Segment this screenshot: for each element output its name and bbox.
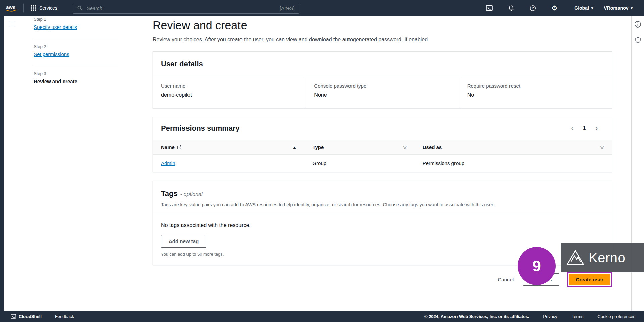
info-panel-icon[interactable] [634, 20, 642, 29]
tags-optional-suffix: - optional [180, 191, 203, 197]
services-menu-button[interactable]: Services [24, 0, 64, 16]
aws-logo-icon: aws [5, 4, 17, 12]
chevron-down-icon: ▾ [591, 6, 593, 10]
step-label: Step 3 [34, 71, 118, 76]
step-link-set-permissions[interactable]: Set permissions [34, 51, 69, 57]
table-row: Admin Group Permissions group [153, 155, 612, 172]
sort-toggle-icon[interactable]: ▽ [600, 145, 604, 150]
field-label: Require password reset [467, 83, 604, 89]
svg-text:aws: aws [6, 4, 15, 10]
footer-left: CloudShell Feedback [9, 313, 74, 319]
user-details-card: User details User name demo-copilot Cons… [153, 51, 612, 108]
collapsed-panel-strip [0, 16, 4, 311]
terms-link[interactable]: Terms [572, 314, 583, 319]
search-shortcut-hint: [Alt+S] [280, 5, 295, 11]
table-header-row: Name ▲ [153, 140, 612, 155]
shield-panel-icon[interactable] [634, 36, 642, 44]
divider [34, 38, 118, 38]
kerno-logo-icon [566, 250, 584, 266]
search-box[interactable]: [Alt+S] [73, 3, 299, 14]
permissions-summary-title: Permissions summary [161, 124, 240, 133]
next-page-icon[interactable]: › [594, 125, 599, 132]
cancel-button[interactable]: Cancel [496, 274, 516, 285]
field-require-password-reset: Require password reset No [459, 75, 612, 108]
console-footer: CloudShell Feedback © 2024, Amazon Web S… [0, 311, 644, 322]
wizard-step-1: Step 1 Specify user details [34, 17, 118, 30]
tags-empty-text: No tags associated with the resource. [161, 222, 604, 228]
top-navigation-bar: aws Services [Alt+S] [0, 0, 644, 16]
navbar-icon-group: ? ⚙ [485, 3, 559, 13]
annotation-step-badge: 9 [518, 247, 556, 285]
sort-ascending-icon[interactable]: ▲ [293, 145, 297, 149]
pagination: ‹ 1 › [570, 125, 599, 132]
wizard-step-2: Step 2 Set permissions [34, 44, 118, 57]
account-label: VRomanov [604, 5, 628, 11]
side-menu-column [4, 16, 20, 311]
sort-toggle-icon[interactable]: ▽ [403, 145, 407, 150]
region-label: Global [574, 5, 589, 11]
tags-description: Tags are key-value pairs you can add to … [161, 202, 604, 207]
column-header-used-as[interactable]: Used as ▽ [415, 140, 612, 155]
aws-logo[interactable]: aws [0, 4, 23, 12]
field-user-name: User name demo-copilot [153, 75, 306, 108]
step-label: Step 2 [34, 44, 118, 49]
cloudshell-icon[interactable] [485, 3, 494, 13]
copyright-text: © 2024, Amazon Web Services, Inc. or its… [424, 314, 529, 319]
field-label: User name [161, 83, 298, 89]
wizard-step-3: Step 3 Review and create [34, 71, 118, 85]
field-value: No [467, 92, 604, 98]
permissions-table: Name ▲ [153, 140, 612, 172]
footer-right: © 2024, Amazon Web Services, Inc. or its… [424, 314, 635, 319]
field-value: None [314, 92, 450, 98]
step-link-specify-user-details[interactable]: Specify user details [34, 24, 77, 30]
cell-type: Group [304, 155, 414, 172]
annotation-highlight-box: Create user [567, 272, 612, 287]
user-details-fields: User name demo-copilot Console password … [153, 75, 612, 108]
feedback-button[interactable]: Feedback [55, 314, 74, 319]
cookie-preferences-link[interactable]: Cookie preferences [597, 314, 635, 319]
region-selector[interactable]: Global ▾ [569, 0, 598, 16]
permissions-summary-card: Permissions summary ‹ 1 › Name [153, 117, 612, 172]
field-value: demo-copilot [161, 92, 298, 98]
help-question-icon[interactable]: ? [528, 4, 537, 13]
page-title: Review and create [153, 19, 612, 32]
column-header-type[interactable]: Type ▽ [304, 140, 414, 155]
kerno-watermark: Kerno [561, 243, 644, 272]
column-label-name: Name [161, 144, 175, 150]
page-number[interactable]: 1 [581, 125, 588, 132]
create-user-button[interactable]: Create user [569, 274, 610, 285]
account-menu[interactable]: VRomanov ▾ [598, 0, 638, 16]
services-grid-icon [31, 5, 36, 11]
permissions-summary-header: Permissions summary ‹ 1 › [153, 117, 612, 140]
tags-header: Tags - optional Tags are key-value pairs… [153, 181, 612, 214]
external-link-icon [177, 145, 182, 150]
column-header-name[interactable]: Name ▲ [153, 140, 304, 155]
page-description: Review your choices. After you create th… [153, 37, 612, 43]
cell-name: Admin [153, 155, 304, 172]
cloudshell-label: CloudShell [19, 314, 42, 319]
cloudshell-terminal-icon [11, 314, 16, 319]
privacy-link[interactable]: Privacy [543, 314, 557, 319]
column-label-type: Type [312, 144, 324, 150]
hamburger-menu-icon[interactable] [9, 21, 15, 27]
cloudshell-footer-button[interactable]: CloudShell [9, 313, 44, 319]
notifications-bell-icon[interactable] [507, 4, 516, 13]
chevron-down-icon: ▾ [631, 6, 633, 10]
divider [34, 65, 118, 65]
user-details-title: User details [161, 60, 203, 68]
kerno-brand-text: Kerno [589, 250, 625, 265]
search-input[interactable] [86, 5, 276, 11]
field-label: Console password type [314, 83, 450, 89]
previous-page-icon[interactable]: ‹ [570, 125, 575, 132]
group-link-admin[interactable]: Admin [161, 160, 175, 166]
services-label: Services [39, 5, 57, 11]
add-new-tag-button[interactable]: Add new tag [161, 235, 206, 248]
column-label-used-as: Used as [423, 144, 442, 150]
cell-used-as: Permissions group [415, 155, 612, 172]
search-icon [77, 5, 83, 11]
tags-title: Tags [161, 189, 178, 198]
step-label: Step 1 [34, 17, 118, 22]
settings-gear-icon[interactable]: ⚙ [550, 3, 559, 13]
wizard-steps-nav: Step 1 Specify user details Step 2 Set p… [20, 16, 118, 311]
field-console-password-type: Console password type None [306, 75, 459, 108]
